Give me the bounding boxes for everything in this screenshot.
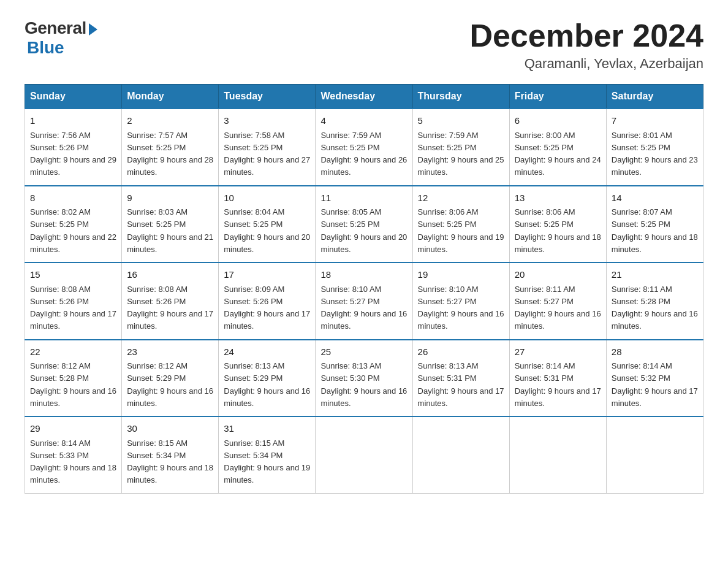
calendar-cell: 22Sunrise: 8:12 AMSunset: 5:28 PMDayligh… bbox=[25, 340, 122, 417]
day-info: Sunrise: 8:13 AMSunset: 5:30 PMDaylight:… bbox=[320, 361, 407, 408]
day-number: 24 bbox=[224, 345, 310, 359]
day-info: Sunrise: 7:57 AMSunset: 5:25 PMDaylight:… bbox=[127, 131, 213, 177]
day-number: 3 bbox=[224, 114, 310, 128]
calendar-cell: 25Sunrise: 8:13 AMSunset: 5:30 PMDayligh… bbox=[316, 340, 412, 417]
calendar-cell: 28Sunrise: 8:14 AMSunset: 5:32 PMDayligh… bbox=[606, 340, 703, 417]
week-row-5: 29Sunrise: 8:14 AMSunset: 5:33 PMDayligh… bbox=[25, 416, 703, 493]
column-header-friday: Friday bbox=[509, 85, 606, 109]
day-info: Sunrise: 8:09 AMSunset: 5:26 PMDaylight:… bbox=[224, 285, 310, 331]
month-title: December 2024 bbox=[469, 18, 703, 53]
day-info: Sunrise: 8:14 AMSunset: 5:33 PMDaylight:… bbox=[30, 439, 116, 485]
calendar-cell: 24Sunrise: 8:13 AMSunset: 5:29 PMDayligh… bbox=[219, 340, 316, 417]
day-info: Sunrise: 8:13 AMSunset: 5:29 PMDaylight:… bbox=[224, 361, 310, 408]
day-number: 10 bbox=[224, 191, 310, 205]
calendar-cell: 2Sunrise: 7:57 AMSunset: 5:25 PMDaylight… bbox=[122, 109, 219, 186]
day-number: 18 bbox=[320, 268, 407, 282]
day-number: 20 bbox=[515, 268, 601, 282]
day-number: 27 bbox=[515, 345, 601, 359]
calendar-cell: 27Sunrise: 8:14 AMSunset: 5:31 PMDayligh… bbox=[509, 340, 606, 417]
day-number: 7 bbox=[612, 114, 698, 128]
day-number: 1 bbox=[30, 114, 116, 128]
day-number: 13 bbox=[515, 191, 601, 205]
calendar-cell: 1Sunrise: 7:56 AMSunset: 5:26 PMDaylight… bbox=[25, 109, 122, 186]
day-number: 8 bbox=[30, 191, 116, 205]
calendar-cell: 13Sunrise: 8:06 AMSunset: 5:25 PMDayligh… bbox=[509, 186, 606, 263]
calendar-table: SundayMondayTuesdayWednesdayThursdayFrid… bbox=[25, 84, 703, 494]
day-info: Sunrise: 8:14 AMSunset: 5:32 PMDaylight:… bbox=[612, 361, 698, 408]
day-number: 4 bbox=[320, 114, 407, 128]
day-number: 17 bbox=[224, 268, 310, 282]
week-row-3: 15Sunrise: 8:08 AMSunset: 5:26 PMDayligh… bbox=[25, 262, 703, 340]
calendar-cell: 8Sunrise: 8:02 AMSunset: 5:25 PMDaylight… bbox=[25, 186, 122, 263]
column-header-wednesday: Wednesday bbox=[316, 85, 412, 109]
calendar-cell: 18Sunrise: 8:10 AMSunset: 5:27 PMDayligh… bbox=[316, 262, 412, 340]
day-number: 6 bbox=[515, 114, 601, 128]
calendar-cell: 19Sunrise: 8:10 AMSunset: 5:27 PMDayligh… bbox=[412, 262, 509, 340]
day-info: Sunrise: 8:08 AMSunset: 5:26 PMDaylight:… bbox=[30, 285, 116, 331]
calendar-cell: 17Sunrise: 8:09 AMSunset: 5:26 PMDayligh… bbox=[219, 262, 316, 340]
week-row-1: 1Sunrise: 7:56 AMSunset: 5:26 PMDaylight… bbox=[25, 109, 703, 186]
calendar-cell: 29Sunrise: 8:14 AMSunset: 5:33 PMDayligh… bbox=[25, 416, 122, 493]
day-number: 15 bbox=[30, 268, 116, 282]
day-number: 26 bbox=[418, 345, 504, 359]
calendar-cell: 23Sunrise: 8:12 AMSunset: 5:29 PMDayligh… bbox=[122, 340, 219, 417]
day-number: 19 bbox=[418, 268, 504, 282]
calendar-cell: 3Sunrise: 7:58 AMSunset: 5:25 PMDaylight… bbox=[219, 109, 316, 186]
day-info: Sunrise: 8:11 AMSunset: 5:27 PMDaylight:… bbox=[515, 285, 601, 331]
column-header-thursday: Thursday bbox=[412, 85, 509, 109]
calendar-header-row: SundayMondayTuesdayWednesdayThursdayFrid… bbox=[25, 85, 703, 109]
calendar-cell: 4Sunrise: 7:59 AMSunset: 5:25 PMDaylight… bbox=[316, 109, 412, 186]
calendar-cell: 14Sunrise: 8:07 AMSunset: 5:25 PMDayligh… bbox=[606, 186, 703, 263]
day-info: Sunrise: 7:59 AMSunset: 5:25 PMDaylight:… bbox=[320, 131, 407, 177]
day-number: 2 bbox=[127, 114, 213, 128]
calendar-cell: 20Sunrise: 8:11 AMSunset: 5:27 PMDayligh… bbox=[509, 262, 606, 340]
calendar-cell: 11Sunrise: 8:05 AMSunset: 5:25 PMDayligh… bbox=[316, 186, 412, 263]
logo-arrow-icon bbox=[89, 23, 97, 36]
calendar-cell: 12Sunrise: 8:06 AMSunset: 5:25 PMDayligh… bbox=[412, 186, 509, 263]
calendar-cell: 7Sunrise: 8:01 AMSunset: 5:25 PMDaylight… bbox=[606, 109, 703, 186]
calendar-cell: 9Sunrise: 8:03 AMSunset: 5:25 PMDaylight… bbox=[122, 186, 219, 263]
column-header-monday: Monday bbox=[122, 85, 219, 109]
calendar-cell: 15Sunrise: 8:08 AMSunset: 5:26 PMDayligh… bbox=[25, 262, 122, 340]
day-info: Sunrise: 8:05 AMSunset: 5:25 PMDaylight:… bbox=[320, 207, 407, 254]
column-header-sunday: Sunday bbox=[25, 85, 122, 109]
day-info: Sunrise: 8:01 AMSunset: 5:25 PMDaylight:… bbox=[612, 131, 698, 177]
location-text: Qaramanli, Yevlax, Azerbaijan bbox=[469, 56, 703, 72]
day-info: Sunrise: 8:04 AMSunset: 5:25 PMDaylight:… bbox=[224, 207, 310, 254]
day-number: 30 bbox=[127, 422, 213, 436]
day-number: 22 bbox=[30, 345, 116, 359]
day-number: 28 bbox=[612, 345, 698, 359]
day-info: Sunrise: 8:06 AMSunset: 5:25 PMDaylight:… bbox=[515, 207, 601, 254]
calendar-cell: 6Sunrise: 8:00 AMSunset: 5:25 PMDaylight… bbox=[509, 109, 606, 186]
day-info: Sunrise: 8:15 AMSunset: 5:34 PMDaylight:… bbox=[224, 439, 310, 485]
day-info: Sunrise: 8:12 AMSunset: 5:28 PMDaylight:… bbox=[30, 361, 116, 408]
day-number: 29 bbox=[30, 422, 116, 436]
day-info: Sunrise: 8:15 AMSunset: 5:34 PMDaylight:… bbox=[127, 439, 213, 485]
day-number: 16 bbox=[127, 268, 213, 282]
calendar-cell bbox=[509, 416, 606, 493]
logo: General Blue bbox=[25, 18, 97, 58]
page-header: General Blue December 2024 Qaramanli, Ye… bbox=[25, 18, 703, 72]
day-info: Sunrise: 8:02 AMSunset: 5:25 PMDaylight:… bbox=[30, 207, 116, 254]
day-number: 14 bbox=[612, 191, 698, 205]
calendar-cell bbox=[606, 416, 703, 493]
day-info: Sunrise: 8:11 AMSunset: 5:28 PMDaylight:… bbox=[612, 285, 698, 331]
day-info: Sunrise: 8:13 AMSunset: 5:31 PMDaylight:… bbox=[418, 361, 504, 408]
day-info: Sunrise: 8:03 AMSunset: 5:25 PMDaylight:… bbox=[127, 207, 213, 254]
day-info: Sunrise: 8:12 AMSunset: 5:29 PMDaylight:… bbox=[127, 361, 213, 408]
logo-blue-text: Blue bbox=[27, 38, 64, 58]
week-row-2: 8Sunrise: 8:02 AMSunset: 5:25 PMDaylight… bbox=[25, 186, 703, 263]
day-info: Sunrise: 8:00 AMSunset: 5:25 PMDaylight:… bbox=[515, 131, 601, 177]
day-number: 23 bbox=[127, 345, 213, 359]
day-info: Sunrise: 7:56 AMSunset: 5:26 PMDaylight:… bbox=[30, 131, 116, 177]
week-row-4: 22Sunrise: 8:12 AMSunset: 5:28 PMDayligh… bbox=[25, 340, 703, 417]
calendar-cell bbox=[316, 416, 412, 493]
title-section: December 2024 Qaramanli, Yevlax, Azerbai… bbox=[469, 18, 703, 72]
day-number: 25 bbox=[320, 345, 407, 359]
day-info: Sunrise: 8:08 AMSunset: 5:26 PMDaylight:… bbox=[127, 285, 213, 331]
calendar-cell: 21Sunrise: 8:11 AMSunset: 5:28 PMDayligh… bbox=[606, 262, 703, 340]
day-info: Sunrise: 8:14 AMSunset: 5:31 PMDaylight:… bbox=[515, 361, 601, 408]
day-info: Sunrise: 7:58 AMSunset: 5:25 PMDaylight:… bbox=[224, 131, 310, 177]
calendar-cell: 30Sunrise: 8:15 AMSunset: 5:34 PMDayligh… bbox=[122, 416, 219, 493]
day-number: 12 bbox=[418, 191, 504, 205]
